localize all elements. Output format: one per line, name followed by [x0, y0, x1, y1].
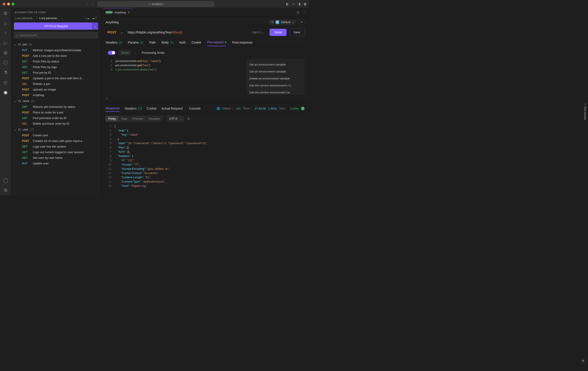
explorer-icon[interactable]: 🗎 [3, 10, 9, 16]
nav-forward-icon[interactable]: → [91, 2, 94, 6]
snippet-item[interactable]: Get an environment variable [246, 68, 304, 75]
api-item[interactable]: DELDeletes a pet [11, 81, 101, 87]
view-preview[interactable]: Preview [130, 116, 146, 122]
script-toggle[interactable] [108, 51, 116, 55]
api-item[interactable]: DELDelete purchase order by ID [11, 121, 101, 127]
api-label: Find purchase order by ID [33, 116, 66, 120]
timeline-icon[interactable]: ◴ [3, 80, 9, 85]
cloud-down-icon[interactable]: ⇣☁ [84, 16, 90, 20]
tab-auth[interactable]: Auth [179, 39, 186, 46]
api-item[interactable]: POSTPlace an order for a pet [11, 110, 101, 115]
tab-post-response[interactable]: Post-response [232, 39, 252, 46]
more-actions-icon[interactable]: ⋯ [303, 11, 305, 14]
tab-anything[interactable]: HTTP Anything ✕ [102, 8, 133, 16]
nav-back-icon[interactable]: ← [86, 2, 89, 6]
resp-tab-headers[interactable]: Headers(7) [125, 105, 142, 112]
folder-store[interactable]: ⌵🗀store (4) [11, 98, 101, 104]
snippet-item[interactable]: Get the current environment's U... [246, 82, 304, 89]
breadcrumb-1[interactable]: Lucy persona... [15, 16, 35, 20]
api-item[interactable]: GETFinds Pets by status [11, 59, 101, 64]
layout-customize-icon[interactable]: ▦ [304, 2, 306, 6]
cloud-up-icon[interactable]: ☁⇡ [92, 16, 97, 20]
tab-pre-request[interactable]: Pre-request [207, 39, 226, 46]
status-duration: 1.502s [268, 107, 277, 110]
api-label: Place an order for a pet [33, 111, 63, 114]
settings-gear-icon[interactable]: ⚙ [3, 187, 9, 193]
split-editor-icon[interactable]: ◫ [297, 11, 299, 14]
api-item[interactable]: GETReturns pet inventories by status [11, 104, 101, 110]
command-center[interactable]: ⌕ analytics [97, 1, 214, 7]
api-item[interactable]: GETFind pet by ID [11, 70, 101, 75]
tab-params[interactable]: Params(1) [128, 39, 144, 46]
api-item[interactable]: GETFind purchase order by ID [11, 115, 101, 121]
tab-path[interactable]: Path [149, 39, 156, 46]
environment-selector[interactable]: ⚙ D Default ⌵ [269, 20, 296, 25]
more-icon[interactable]: ⋯ [95, 11, 97, 14]
view-visualize[interactable]: Visualize [146, 116, 163, 122]
resp-tab-cookie[interactable]: Cookie [147, 105, 157, 112]
snippet-item[interactable]: Set an environment variable [246, 61, 304, 68]
copy-icon[interactable]: ⧉ [188, 117, 189, 121]
api-item[interactable]: GETGet user by user name [11, 155, 101, 160]
tab-body[interactable]: Body(1) [161, 39, 173, 46]
layout-primary-icon[interactable]: ◧ [286, 2, 289, 6]
api-item[interactable]: POSTCreate user [11, 132, 101, 138]
run-debug-icon[interactable]: ▷ [3, 40, 9, 46]
snippet-item[interactable]: Get the current environment na [246, 89, 304, 95]
close-window-icon[interactable] [3, 3, 5, 5]
method-select[interactable]: POST [105, 29, 125, 35]
api-item[interactable]: POSTCreates list of users with given inp… [11, 138, 101, 144]
view-raw[interactable]: Raw [119, 116, 130, 122]
remote-explorer-icon[interactable]: 🖵 [3, 60, 9, 65]
status-time: 17:45:36 [254, 107, 266, 110]
api-item[interactable]: GETLogs out current logged in user sessi… [11, 149, 101, 155]
encoding-select[interactable]: UTF-8 [166, 116, 184, 122]
tab-headers[interactable]: Headers(2) [105, 39, 122, 46]
url-input[interactable]: https://httpbin.org/anything?key={{key}} [128, 29, 247, 35]
api-item[interactable]: POSTAdd a new pet to the store [11, 53, 101, 59]
account-icon[interactable]: ◯ [3, 177, 9, 183]
script-type-label[interactable]: Script [119, 50, 131, 55]
drag-handle-icon[interactable]: ⠿ [101, 95, 309, 103]
folder-pet[interactable]: ⌵🗀pet (9) [11, 41, 101, 47]
tab-cookie[interactable]: Cookie [192, 39, 201, 46]
view-pretty[interactable]: Pretty [105, 116, 119, 122]
api-item[interactable]: PUTMethod: images.asyncBatchAnnotate [11, 47, 101, 53]
close-tab-icon[interactable]: ✕ [127, 11, 130, 14]
new-request-dropdown[interactable]: ⌵ [92, 22, 98, 30]
resp-tab-console[interactable]: Console [189, 105, 200, 112]
method-badge: POST [22, 134, 31, 137]
echoapi-icon[interactable]: ◉ [3, 89, 9, 95]
maximize-window-icon[interactable] [12, 3, 14, 5]
script-editor[interactable]: 1pm.environment.set("key", "value");2pm.… [105, 59, 246, 95]
chevron-down-icon[interactable]: ⌵ [135, 51, 136, 54]
search-icon[interactable]: ⌕ [3, 20, 9, 26]
api-item[interactable]: GETFinds Pets by tags [11, 64, 101, 70]
layout-secondary-icon[interactable]: ◨ [298, 2, 301, 6]
resp-tab-response[interactable]: Response [105, 105, 120, 112]
testing-icon[interactable]: ⚗ [3, 70, 9, 75]
chevron-down-icon[interactable]: ⌵ [61, 16, 63, 20]
layout-panel-icon[interactable]: ▭ [292, 2, 295, 6]
keyword-search[interactable]: ⌕ Keyword/URL [14, 32, 98, 39]
download-icon[interactable]: ↓ [301, 107, 304, 110]
response-body[interactable]: 1{2 "args": {3 "key": "value"4 },5 "data… [101, 124, 309, 190]
resp-tab-actual[interactable]: Actual Request [161, 105, 184, 112]
api-item[interactable]: GETLogs user into the system [11, 144, 101, 149]
source-control-icon[interactable]: ⑂ [3, 30, 9, 36]
api-item[interactable]: POSTuploads an image [11, 87, 101, 92]
breadcrumb-2[interactable]: Lucy persona... [39, 16, 59, 20]
request-menu-icon[interactable]: ≡ [299, 19, 304, 25]
api-item[interactable]: POSTUpdates a pet in the store with form… [11, 75, 101, 81]
new-request-button[interactable]: HTTP1/2 Request ⌵ [14, 22, 98, 30]
snippet-item[interactable]: Delete an environment variable [246, 75, 304, 82]
api-item[interactable]: POSTAnything [11, 92, 101, 98]
protocol-select[interactable]: http/1.1 ⌵ [250, 29, 267, 35]
folder-user[interactable]: ⌵🗀user (7) [11, 127, 101, 132]
save-button[interactable]: Save [289, 29, 304, 36]
minimize-window-icon[interactable] [7, 3, 10, 5]
window-controls[interactable] [3, 3, 14, 5]
api-item[interactable]: PUTUpdate user [11, 160, 101, 166]
send-button[interactable]: Send [270, 29, 287, 36]
extensions-icon[interactable]: ⊞ [3, 50, 9, 56]
